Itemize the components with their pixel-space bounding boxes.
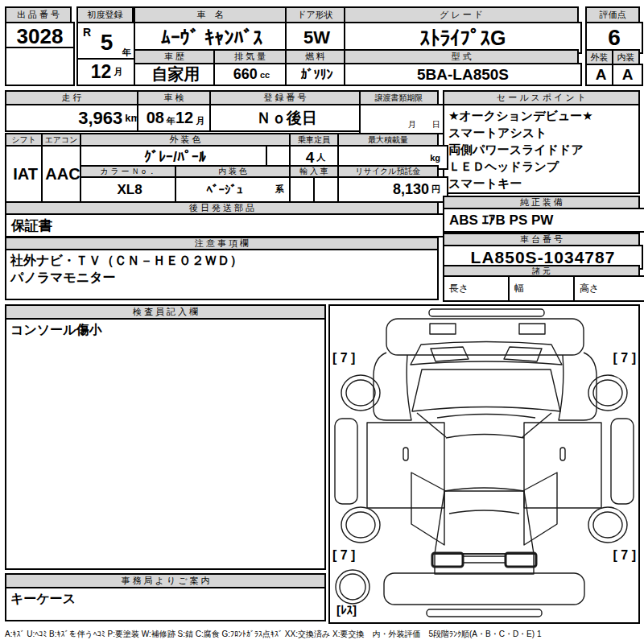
car-name-header: 車 名 <box>134 6 287 23</box>
spare-tire-label: [ﾚｽ] <box>336 603 357 617</box>
sales-point-item: 両側パワースライドドア <box>448 141 634 158</box>
inspection-month-unit: 月 <box>196 115 204 127</box>
front-bumper <box>386 309 584 355</box>
interior-color-suffix: 系 <box>275 184 284 196</box>
inspection-year-unit: 年 <box>167 115 175 127</box>
spec-height-cell: 高さ <box>573 275 644 302</box>
sales-point-item: ★オークションデビュー★ <box>448 107 634 124</box>
inspector-note: コンソール傷小 <box>10 321 320 338</box>
door-shape-header: ドア形状 <box>285 6 345 23</box>
inspection-month: 12 <box>175 109 193 127</box>
first-registration-year: 5 <box>101 30 114 56</box>
later-parts-value: 保証書 <box>5 213 447 237</box>
office-notice-box: キーケース <box>5 587 326 621</box>
first-registration-month: 12 <box>91 61 112 83</box>
mileage-value: 3,963 <box>78 108 122 129</box>
inspection-cell: 08 年 12 月 <box>137 104 214 132</box>
auction-no-empty-box <box>5 47 75 86</box>
displacement-value: 660 <box>233 66 258 83</box>
spec-length-cell: 長さ <box>443 275 518 302</box>
year-unit: 年 <box>122 47 131 59</box>
damage-code-legend: A:ｷｽﾞ U:ﾍｺﾐ B:ｷｽﾞを伴うﾍｺﾐ P:要塗装 W:補修跡 S:錆 … <box>5 629 641 640</box>
rear-wheels <box>341 507 627 543</box>
front-wheels <box>341 375 627 411</box>
aircon-value: AAC <box>41 145 85 203</box>
inspection-year: 08 <box>147 109 164 127</box>
score-header: 評価点 <box>585 6 640 23</box>
displacement-unit: cc <box>260 70 270 80</box>
rear-right-tire-depth: [ 7 ] <box>613 548 636 563</box>
capacity-unit: 人 <box>316 151 325 163</box>
sales-point-item: スマートアシスト <box>448 124 634 141</box>
auction-no-header: 出 品 番 号 <box>5 6 72 23</box>
grade-header: グ レ ー ド <box>344 6 579 23</box>
front-fenders <box>374 353 597 437</box>
sales-points-box: ★オークションデビュー★ スマートアシスト 両側パワースライドドア ＬＥＤヘッド… <box>443 104 640 194</box>
doors <box>367 423 601 508</box>
notes-line: パノラマモニター <box>10 269 433 286</box>
car-history-value: 自家用 <box>134 63 218 86</box>
fuel-value: ｶﾞｿﾘﾝ <box>285 63 349 86</box>
inspector-notes-box: コンソール傷小 <box>5 318 326 570</box>
oem-equipment-value: ABS ｴｱB PS PW <box>443 208 644 233</box>
interior-color-cell: ﾍﾞｰｼﾞｭ 系 <box>175 176 294 203</box>
sales-point-item: ＬＥＤヘッドランプ <box>448 158 634 175</box>
capacity-value: 4 <box>306 149 315 167</box>
interior-color-value: ﾍﾞｰｼﾞｭ <box>207 183 243 196</box>
recycle-deposit-unit: 円 <box>431 184 440 196</box>
rear-left-tire-depth: [ 7 ] <box>332 548 355 563</box>
rear-bumper <box>384 573 584 617</box>
shift-value: IAT <box>5 145 46 203</box>
model-code-value: 5BA-LA850S <box>344 63 582 86</box>
displacement-cell: 660 cc <box>213 63 290 86</box>
interior-grade-value: A <box>612 64 643 86</box>
era-letter: R <box>83 26 91 39</box>
front-left-tire-depth: [ 7 ] <box>332 351 355 365</box>
month-unit: 月 <box>114 66 122 78</box>
rear-gate <box>432 553 536 574</box>
spare-tire <box>336 570 369 604</box>
windshield <box>411 342 562 419</box>
mileage-cell: 3,963 km <box>5 104 148 132</box>
exterior-grade-header: 外装 <box>585 49 613 65</box>
recycle-deposit-value: 8,130 <box>393 181 429 198</box>
first-registration-year-cell: R 5 年 <box>76 22 137 63</box>
car-foldout-diagram <box>330 306 638 622</box>
transfer-deadline-value: 月 日 <box>359 104 448 134</box>
first-registration-header: 初度登録 <box>76 6 134 23</box>
sales-point-item: スマートキー <box>448 175 634 192</box>
car-diagram-box: [ 7 ] [ 7 ] [ 7 ] [ 7 ] [ﾚｽ] <box>328 304 640 624</box>
roof <box>411 435 557 555</box>
office-note: キーケース <box>10 590 320 607</box>
notes-line: 社外ナビ・ＴＶ（ＣＮ－ＨＥ０２ＷＤ） <box>10 252 433 269</box>
registration-no-value: Ｎｏ後日 <box>209 104 364 132</box>
color-no-value: XL8 <box>80 176 180 203</box>
first-registration-month-cell: 12 月 <box>76 58 137 86</box>
recycle-deposit-cell: 8,130 円 <box>337 176 448 203</box>
interior-grade-header: 内装 <box>612 49 640 65</box>
front-right-tire-depth: [ 7 ] <box>613 351 636 365</box>
spec-width-cell: 幅 <box>508 275 583 302</box>
notes-box: 社外ナビ・ＴＶ（ＣＮ－ＨＥ０２ＷＤ） パノラマモニター <box>5 249 439 300</box>
